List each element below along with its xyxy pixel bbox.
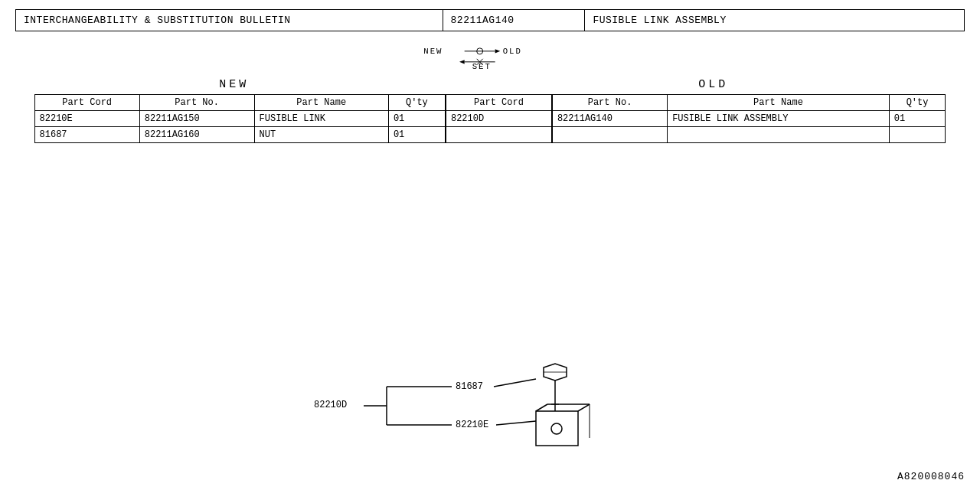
new-part-cord: 81687 bbox=[34, 127, 139, 143]
col-header-part-cord-old: Part Cord bbox=[446, 95, 552, 111]
col-header-part-name-old: Part Name bbox=[668, 95, 890, 111]
old-qty bbox=[889, 127, 946, 143]
new-part-no: 82211AG160 bbox=[139, 127, 254, 143]
new-qty: 01 bbox=[388, 111, 446, 127]
main-table-wrapper: Part Cord Part No. Part Name Q'ty Part C… bbox=[24, 94, 955, 143]
old-section-label: OLD bbox=[472, 78, 956, 91]
svg-marker-2 bbox=[495, 49, 501, 53]
header-table: INTERCHANGEABILITY & SUBSTITUTION BULLET… bbox=[15, 9, 965, 31]
svg-text:81687: 81687 bbox=[456, 381, 483, 392]
col-header-part-no-new: Part No. bbox=[139, 95, 254, 111]
table-row: 82210E 82211AG150 FUSIBLE LINK 01 82210D… bbox=[34, 111, 946, 127]
old-part-cord: 82210D bbox=[446, 111, 552, 127]
new-part-name: FUSIBLE LINK bbox=[254, 111, 388, 127]
svg-text:OLD: OLD bbox=[503, 47, 522, 56]
svg-text:82210D: 82210D bbox=[314, 400, 347, 410]
diagram-svg: 82210D 81687 82210E bbox=[299, 345, 681, 467]
header-col3: FUSIBLE LINK ASSEMBLY bbox=[585, 10, 965, 31]
new-part-no: 82211AG150 bbox=[139, 111, 254, 127]
svg-line-15 bbox=[494, 379, 536, 387]
new-section-label: NEW bbox=[24, 78, 443, 91]
svg-text:NEW: NEW bbox=[423, 47, 443, 56]
svg-text:SET: SET bbox=[472, 62, 492, 71]
svg-rect-21 bbox=[536, 411, 578, 446]
old-part-no bbox=[552, 127, 668, 143]
legend-symbol-area: NEW OLD SET bbox=[15, 39, 965, 74]
col-header-qty-new: Q'ty bbox=[388, 95, 446, 111]
svg-line-23 bbox=[578, 404, 590, 411]
watermark: A820008046 bbox=[897, 471, 965, 482]
old-part-cord bbox=[446, 127, 552, 143]
col-header-part-no-old: Part No. bbox=[552, 95, 668, 111]
header-col2: 82211AG140 bbox=[443, 10, 585, 31]
new-qty: 01 bbox=[388, 127, 446, 143]
new-part-cord: 82210E bbox=[34, 111, 139, 127]
table-row: 81687 82211AG160 NUT 01 bbox=[34, 127, 946, 143]
diagram-area: 82210D 81687 82210E bbox=[299, 345, 681, 467]
legend-svg: NEW OLD SET bbox=[413, 39, 567, 74]
parts-table: Part Cord Part No. Part Name Q'ty Part C… bbox=[34, 94, 946, 143]
old-qty: 01 bbox=[889, 111, 946, 127]
col-header-part-name-new: Part Name bbox=[254, 95, 388, 111]
new-part-name: NUT bbox=[254, 127, 388, 143]
old-part-no: 82211AG140 bbox=[552, 111, 668, 127]
col-header-qty-old: Q'ty bbox=[889, 95, 946, 111]
svg-text:82210E: 82210E bbox=[456, 420, 488, 430]
svg-point-26 bbox=[551, 423, 562, 434]
svg-line-22 bbox=[536, 404, 547, 411]
svg-line-20 bbox=[496, 421, 536, 425]
col-header-part-cord-new: Part Cord bbox=[34, 95, 139, 111]
header-col1: INTERCHANGEABILITY & SUBSTITUTION BULLET… bbox=[16, 10, 443, 31]
old-part-name: FUSIBLE LINK ASSEMBLY bbox=[668, 111, 890, 127]
old-part-name bbox=[668, 127, 890, 143]
svg-marker-7 bbox=[459, 60, 465, 64]
